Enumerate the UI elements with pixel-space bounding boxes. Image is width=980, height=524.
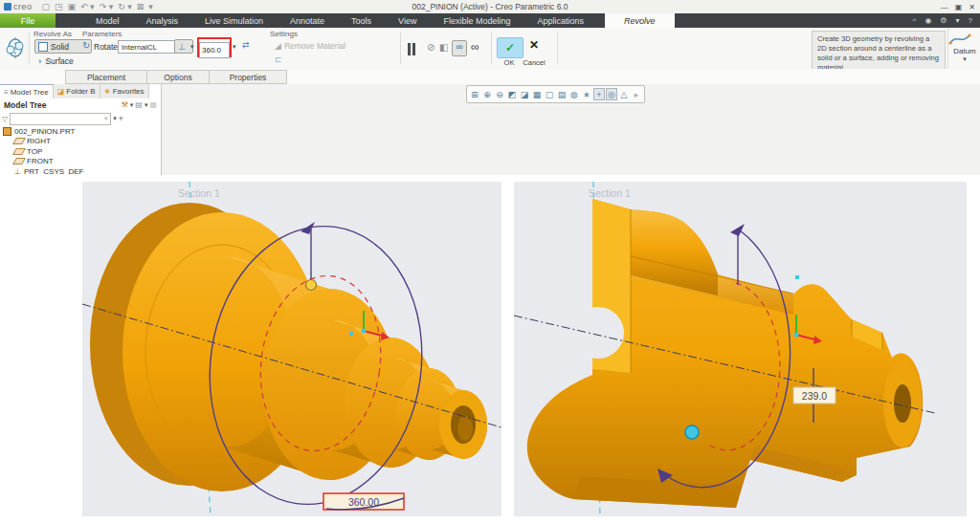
tree-filter-field[interactable]: × [10, 113, 111, 125]
filter-dropdown[interactable]: ▾ [113, 115, 117, 122]
datum-plane-icon [12, 138, 26, 144]
close-window-icon[interactable]: ⊠ [137, 2, 145, 11]
tree-grid-icon: ▦ [149, 100, 157, 109]
tree-columns-icon[interactable]: ▤ [135, 100, 143, 109]
remove-material-button[interactable]: ◢ Remove Material [272, 39, 348, 52]
tree-item-front[interactable]: FRONT [3, 157, 161, 167]
pinion-solid-sectioned[interactable] [527, 199, 924, 508]
display-style-icon[interactable]: ◪ [519, 88, 530, 100]
ok-button[interactable]: ✓ [497, 37, 523, 58]
tab-favorites[interactable]: ★ Favorites [100, 84, 149, 98]
datum-display-icon[interactable]: ◍ [568, 88, 580, 100]
tab-flexible-modeling[interactable]: Flexible Modeling [430, 13, 523, 28]
restore-button[interactable]: ▣ [955, 3, 963, 11]
tab-properties[interactable]: Properties [209, 70, 287, 84]
angle-dimension-label[interactable]: 360.00 [323, 493, 404, 510]
datum-dropdown[interactable]: ▾ [948, 55, 980, 63]
variable-angle-icon: ⊥ [178, 42, 186, 52]
tab-applications[interactable]: Applications [524, 13, 598, 28]
pinion-solid[interactable] [90, 203, 487, 491]
tree-filters-dropdown[interactable]: ▾ [130, 101, 134, 109]
customize-icon[interactable]: ▾ [148, 2, 153, 11]
more-views-icon[interactable]: ▸ [631, 88, 642, 100]
saved-orientations-icon[interactable]: ▦ [531, 88, 543, 100]
regenerate-icon[interactable]: ↻ ▾ [118, 2, 132, 11]
datum-label: Datum [948, 47, 980, 55]
tree-item-top[interactable]: TOP [3, 146, 161, 157]
tree-filters-icon[interactable]: ⚒ [122, 100, 128, 109]
surface-button[interactable]: ◗ Surface [34, 55, 90, 67]
tree-item-part[interactable]: 002_PINION.PRT [3, 126, 161, 137]
tab-analysis[interactable]: Analysis [133, 13, 192, 28]
viewport-right[interactable]: Section 1 239.0 [514, 182, 967, 516]
close-button[interactable]: ✕ [969, 3, 975, 11]
workspace-strip: ≡ Model Tree ◪ Folder B ★ Favorites Mode… [0, 84, 980, 175]
tab-tools[interactable]: Tools [338, 13, 385, 28]
angle-dimension-label[interactable]: 239.0 [793, 387, 835, 404]
repaint-icon[interactable]: ◩ [506, 88, 518, 100]
bore-notch [572, 307, 624, 359]
user-icon[interactable]: ◉ [924, 16, 931, 25]
tab-model[interactable]: Model [82, 13, 133, 28]
zoom-in-icon[interactable]: ⊕ [481, 88, 493, 100]
perspective-icon[interactable]: △ [618, 88, 630, 100]
tab-annotate[interactable]: Annotate [277, 13, 338, 28]
in-graphics-toolbar: ⊞ ⊕ ⊖ ◩ ◪ ▦ ▢ ▤ ◍ ∗ + ◎ △ ▸ [466, 85, 645, 103]
tab-model-tree[interactable]: ≡ Model Tree [0, 84, 54, 98]
viewport-left[interactable]: Section 1 360.00 [82, 182, 501, 516]
refit-icon[interactable]: ⊞ [469, 88, 480, 100]
clear-filter-icon[interactable]: × [103, 114, 108, 122]
app-logo-text: creo [13, 2, 33, 11]
no-preview-icon[interactable]: ⊘ [427, 42, 434, 53]
rotate-label: Rotate: [94, 42, 120, 52]
undo-icon[interactable]: ↶ ▾ [80, 2, 95, 11]
attached-preview-icon[interactable]: ∞ [452, 40, 467, 56]
thicken-sketch-icon[interactable]: ⊏ [275, 55, 282, 64]
filter-funnel-icon: ▽ [2, 115, 8, 123]
settings-icon[interactable]: ⚙ [940, 16, 947, 25]
dragger-icon[interactable]: ◎ [606, 88, 617, 100]
unattached-preview-icon[interactable]: ◧ [439, 42, 448, 53]
tree-filter-input[interactable] [11, 114, 99, 124]
angle-value-input[interactable] [199, 42, 230, 58]
part-icon [3, 127, 11, 136]
tab-placement[interactable]: Placement [65, 70, 147, 84]
tab-live-simulation[interactable]: Live Simulation [191, 13, 277, 28]
group-label-settings: Settings [270, 30, 298, 38]
tree-item-right[interactable]: RIGHT [3, 137, 161, 147]
flip-direction-icon[interactable]: ⇄ [242, 40, 250, 50]
app-logo: creo [4, 2, 33, 11]
tab-revolve-active[interactable]: Revolve [605, 13, 675, 28]
section-view-icon[interactable]: ▤ [556, 88, 568, 100]
save-icon[interactable]: ▣ [68, 2, 77, 11]
more-icon[interactable]: ▾ [956, 16, 960, 25]
help-icon[interactable]: ? [969, 16, 972, 25]
spin-center-icon[interactable]: + [593, 88, 605, 100]
cancel-icon[interactable]: ✕ [529, 38, 539, 52]
new-icon[interactable]: ▢ [42, 2, 51, 11]
angle-drag-handle[interactable] [685, 426, 699, 439]
angle-option-dropdown[interactable]: ▾ [190, 43, 194, 51]
tab-view[interactable]: View [385, 13, 430, 28]
pause-button[interactable] [408, 42, 417, 59]
datum-group[interactable]: Datum ▾ [947, 28, 980, 69]
axis-collector-input[interactable]: InternalCL [118, 40, 178, 54]
open-icon[interactable]: ◳ [55, 2, 63, 11]
tree-columns-dropdown[interactable]: ▾ [145, 101, 148, 109]
angle-value-dropdown[interactable]: ▾ [233, 43, 236, 51]
zoom-out-icon[interactable]: ⊖ [494, 88, 505, 100]
tab-file[interactable]: File [0, 13, 56, 28]
tab-folder-browser[interactable]: ◪ Folder B [54, 84, 100, 98]
revolve-feature-icon [5, 36, 26, 59]
add-filter-icon[interactable]: + [119, 114, 123, 123]
annotation-display-icon[interactable]: ∗ [581, 88, 592, 100]
verify-glasses-icon[interactable]: ∞ [471, 40, 479, 54]
graphics-area: Section 1 360.00 [0, 175, 980, 524]
collapse-ribbon-icon[interactable]: ^ [913, 16, 917, 25]
tab-options[interactable]: Options [146, 70, 210, 84]
view-manager-icon[interactable]: ▢ [544, 88, 555, 100]
redo-icon[interactable]: ↷ ▾ [100, 2, 114, 11]
angle-drag-handle[interactable] [306, 280, 317, 291]
minimize-button[interactable]: — [941, 3, 948, 11]
svg-text:239.0: 239.0 [802, 390, 827, 402]
